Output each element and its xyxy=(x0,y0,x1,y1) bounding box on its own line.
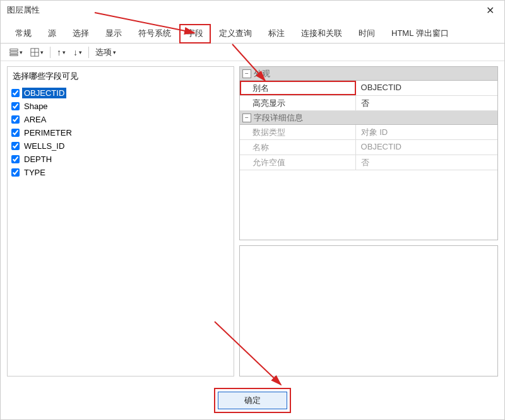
field-row[interactable]: OBJECTID xyxy=(11,86,230,99)
tab-select[interactable]: 选择 xyxy=(64,23,97,43)
collapse-icon[interactable]: − xyxy=(242,69,251,78)
prop-key: 高亮显示 xyxy=(240,96,356,110)
field-row[interactable]: AREA xyxy=(11,113,230,125)
field-checkbox[interactable] xyxy=(11,155,20,163)
svg-rect-2 xyxy=(10,54,18,55)
group-label: 外观 xyxy=(254,68,270,79)
field-checkbox[interactable] xyxy=(11,102,20,110)
prop-key: 名称 xyxy=(240,140,356,155)
tab-general[interactable]: 常规 xyxy=(7,23,40,43)
move-up-icon[interactable]: ↑▾ xyxy=(54,46,68,59)
prop-row-alias[interactable]: 别名 OBJECTID xyxy=(240,81,497,96)
ok-button[interactable]: 确定 xyxy=(218,392,287,409)
property-grid: − 外观 别名 OBJECTID 高亮显示 否 − 字段详细信息 数据类型 xyxy=(239,66,498,240)
tab-html[interactable]: HTML 弹出窗口 xyxy=(383,23,457,43)
field-visibility-panel: 选择哪些字段可见 OBJECTID Shape AREA PERIMETER xyxy=(7,66,234,376)
field-row[interactable]: TYPE xyxy=(11,166,230,178)
prop-value: OBJECTID xyxy=(356,140,497,155)
move-down-icon[interactable]: ↓▾ xyxy=(71,46,85,59)
field-checkbox[interactable] xyxy=(11,129,20,137)
tab-labels[interactable]: 标注 xyxy=(260,23,293,43)
field-label: DEPTH xyxy=(22,154,54,165)
toggle-table-icon[interactable]: ▾ xyxy=(28,47,46,58)
prop-value[interactable]: OBJECTID xyxy=(356,81,497,95)
field-row[interactable]: DEPTH xyxy=(11,153,230,165)
prop-row-highlight[interactable]: 高亮显示 否 xyxy=(240,96,497,111)
options-dropdown[interactable]: 选项 ▾ xyxy=(93,45,119,59)
footer: 确定 xyxy=(1,382,504,419)
field-row[interactable]: WELLS_ID xyxy=(11,139,230,152)
tab-joins[interactable]: 连接和关联 xyxy=(293,23,350,43)
ok-highlight: 确定 xyxy=(214,388,291,413)
description-box xyxy=(239,245,498,376)
tab-source[interactable]: 源 xyxy=(40,23,64,43)
svg-rect-0 xyxy=(10,49,18,50)
toolbar-separator xyxy=(50,47,50,58)
toolbar-separator xyxy=(88,47,89,58)
prop-value[interactable]: 否 xyxy=(356,96,497,110)
group-label: 字段详细信息 xyxy=(254,112,303,124)
dialog-title: 图层属性 xyxy=(7,4,40,16)
toggle-view-icon[interactable]: ▾ xyxy=(7,47,25,58)
prop-key: 别名 xyxy=(240,81,356,95)
field-label: WELLS_ID xyxy=(22,141,66,151)
options-label: 选项 xyxy=(95,47,112,58)
field-label: OBJECTID xyxy=(22,88,66,98)
field-label: Shape xyxy=(22,101,50,112)
layer-properties-dialog: 图层属性 ✕ 常规 源 选择 显示 符号系统 字段 定义查询 标注 连接和关联 … xyxy=(0,0,505,420)
collapse-icon[interactable]: − xyxy=(242,114,251,122)
prop-value: 对象 ID xyxy=(356,125,497,139)
field-checkbox[interactable] xyxy=(11,115,20,124)
field-label: TYPE xyxy=(22,167,47,178)
prop-row-nullable: 允许空值 否 xyxy=(240,155,497,170)
prop-key: 允许空值 xyxy=(240,155,356,170)
field-row[interactable]: PERIMETER xyxy=(11,126,230,139)
tabs: 常规 源 选择 显示 符号系统 字段 定义查询 标注 连接和关联 时间 HTML… xyxy=(1,20,504,44)
field-properties-panel: − 外观 别名 OBJECTID 高亮显示 否 − 字段详细信息 数据类型 xyxy=(239,66,498,376)
prop-row-name: 名称 OBJECTID xyxy=(240,140,497,155)
svg-rect-1 xyxy=(10,52,18,54)
tab-time[interactable]: 时间 xyxy=(350,23,383,43)
field-label: AREA xyxy=(22,114,48,125)
field-checkbox[interactable] xyxy=(11,89,20,97)
prop-key: 数据类型 xyxy=(240,125,356,139)
close-icon[interactable]: ✕ xyxy=(482,3,498,18)
toolbar: ▾ ▾ ↑▾ ↓▾ 选项 ▾ xyxy=(1,44,504,61)
tab-fields[interactable]: 字段 xyxy=(179,24,211,44)
field-visibility-header: 选择哪些字段可见 xyxy=(8,67,234,86)
tab-display[interactable]: 显示 xyxy=(97,23,130,43)
field-row[interactable]: Shape xyxy=(11,100,230,112)
tab-symbology[interactable]: 符号系统 xyxy=(130,23,179,43)
field-checkbox[interactable] xyxy=(11,142,20,150)
field-list: OBJECTID Shape AREA PERIMETER WELLS_ID xyxy=(8,86,234,376)
group-details[interactable]: − 字段详细信息 xyxy=(240,111,497,125)
prop-value: 否 xyxy=(356,155,497,170)
tab-defquery[interactable]: 定义查询 xyxy=(211,23,260,43)
body: 选择哪些字段可见 OBJECTID Shape AREA PERIMETER xyxy=(1,61,504,382)
field-checkbox[interactable] xyxy=(11,168,20,177)
prop-row-datatype: 数据类型 对象 ID xyxy=(240,125,497,140)
group-appearance[interactable]: − 外观 xyxy=(240,67,497,81)
field-label: PERIMETER xyxy=(22,127,74,138)
titlebar: 图层属性 ✕ xyxy=(1,1,504,20)
